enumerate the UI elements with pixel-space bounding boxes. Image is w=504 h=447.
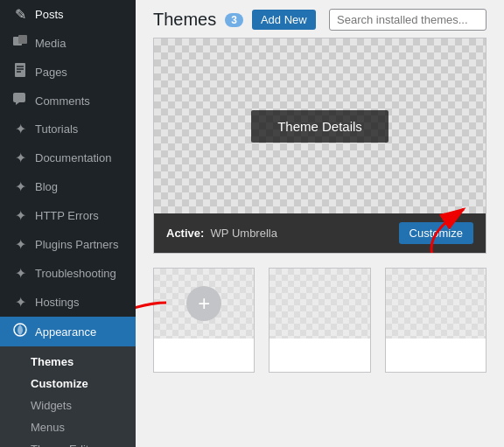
svg-rect-6 xyxy=(13,93,25,102)
theme-screenshot: Theme Details xyxy=(154,38,486,213)
sidebar-item-posts[interactable]: ✎ Posts xyxy=(0,0,136,29)
add-theme-icon: + xyxy=(186,286,221,321)
troubleshooting-icon: ✦ xyxy=(12,265,28,282)
appearance-submenu: Themes Customize Widgets Menus Theme Edi… xyxy=(0,346,136,447)
sidebar-item-label: Blog xyxy=(35,180,58,193)
sidebar-item-hostings[interactable]: ✦ Hostings xyxy=(0,288,136,317)
svg-rect-2 xyxy=(15,63,25,77)
sidebar-item-media[interactable]: Media xyxy=(0,29,136,57)
active-theme-card: Theme Details Active: WP Umbrella Custom… xyxy=(153,38,486,254)
sidebar-item-label: Posts xyxy=(35,8,64,21)
sidebar-item-label: Pages xyxy=(35,66,67,79)
sidebar-item-appearance[interactable]: Appearance xyxy=(0,317,136,346)
sidebar-item-troubleshooting[interactable]: ✦ Troubleshooting xyxy=(0,259,136,288)
sidebar-item-label: Plugins Partners xyxy=(35,238,118,251)
hostings-icon: ✦ xyxy=(12,294,28,311)
pages-icon xyxy=(12,63,28,80)
sidebar-item-plugins-partners[interactable]: ✦ Plugins Partners xyxy=(0,230,136,259)
sidebar-item-label: Documentation xyxy=(35,151,111,164)
theme-active-label: Active: WP Umbrella xyxy=(166,227,277,240)
sidebar-item-label: HTTP Errors xyxy=(35,209,99,222)
main-content: Themes 3 Add New Theme Details Active: W… xyxy=(136,0,504,447)
sidebar-item-label: Media xyxy=(35,37,66,50)
posts-icon: ✎ xyxy=(12,6,28,23)
sidebar-item-http-errors[interactable]: ✦ HTTP Errors xyxy=(0,201,136,230)
sidebar-item-label: Troubleshooting xyxy=(35,267,116,280)
add-new-button[interactable]: Add New xyxy=(252,10,316,30)
theme-mini-card-2[interactable] xyxy=(269,268,370,373)
customize-button[interactable]: Customize xyxy=(399,222,473,244)
sidebar-item-label: Hostings xyxy=(35,296,80,309)
comments-icon xyxy=(12,93,28,108)
page-title: Themes xyxy=(153,10,216,30)
theme-details-button[interactable]: Theme Details xyxy=(251,110,388,143)
theme-mini-screenshot-2 xyxy=(270,269,369,339)
sidebar-item-blog[interactable]: ✦ Blog xyxy=(0,172,136,201)
blog-icon: ✦ xyxy=(12,178,28,195)
documentation-icon: ✦ xyxy=(12,150,28,166)
sidebar-item-label: Appearance xyxy=(35,325,96,339)
submenu-item-menus[interactable]: Menus xyxy=(0,416,136,438)
sidebar-item-pages[interactable]: Pages xyxy=(0,57,136,87)
media-icon xyxy=(12,35,28,51)
theme-mini-card-3[interactable] xyxy=(385,268,486,373)
submenu-item-customize[interactable]: Customize xyxy=(0,373,136,395)
search-input[interactable] xyxy=(329,9,486,31)
appearance-icon xyxy=(12,323,28,340)
submenu-title: Themes xyxy=(0,350,136,373)
sidebar-item-label: Comments xyxy=(35,94,90,108)
submenu-item-widgets[interactable]: Widgets xyxy=(0,395,136,416)
sidebar-item-documentation[interactable]: ✦ Documentation xyxy=(0,143,136,172)
submenu-item-theme-editor[interactable]: Theme Editor xyxy=(0,438,136,447)
theme-mini-screenshot: + xyxy=(154,269,254,339)
tutorials-icon: ✦ xyxy=(12,121,28,137)
theme-count-badge: 3 xyxy=(225,13,243,27)
main-header: Themes 3 Add New xyxy=(136,0,504,38)
sidebar-item-label: Tutorials xyxy=(35,122,78,136)
themes-grid-row: + xyxy=(153,268,486,373)
svg-marker-7 xyxy=(16,102,19,105)
theme-mini-card-1[interactable]: + xyxy=(153,268,255,373)
http-errors-icon: ✦ xyxy=(12,207,28,224)
themes-area: Theme Details Active: WP Umbrella Custom… xyxy=(136,38,504,447)
plugins-partners-icon: ✦ xyxy=(12,236,28,253)
theme-footer: Active: WP Umbrella Customize xyxy=(154,213,486,253)
sidebar-item-comments[interactable]: Comments xyxy=(0,87,136,115)
svg-rect-1 xyxy=(18,35,27,44)
sidebar-item-tutorials[interactable]: ✦ Tutorials xyxy=(0,115,136,143)
theme-mini-screenshot-3 xyxy=(386,269,486,339)
sidebar: ✎ Posts Media Pages Comments ✦ Tutorials… xyxy=(0,0,136,447)
